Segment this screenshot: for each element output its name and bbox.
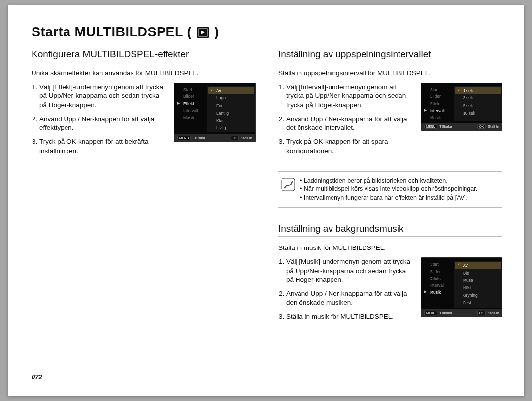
- section-music: Inställning av bakgrundsmusik Ställa in …: [278, 223, 502, 326]
- lcd-option: Gryning: [455, 292, 501, 299]
- lcd-option: 3 sek: [455, 94, 501, 101]
- ok-key-icon: OK: [477, 311, 486, 315]
- step: Tryck på OK-knappen för att spara konfig…: [286, 137, 414, 155]
- lcd-option: Lantlig: [208, 110, 254, 117]
- heading-interval: Inställning av uppspelningsintervallet: [278, 49, 502, 62]
- lcd-menu-item: Start: [176, 86, 205, 93]
- lcd-option: Fin: [208, 102, 254, 109]
- note-item: Intervallmenyn fungerar bara när effekte…: [300, 194, 477, 203]
- lcd-option: Fest: [455, 299, 501, 306]
- note-item: Laddningstiden beror på bildstorleken oc…: [300, 177, 477, 185]
- steps-interval: Välj [Intervall]-undermenyn genom att tr…: [278, 83, 414, 160]
- lcd-option: Av: [455, 262, 501, 269]
- title-suffix: ): [214, 25, 219, 40]
- note-list: Laddningstiden beror på bildstorleken oc…: [300, 177, 477, 203]
- ok-key-icon: OK: [477, 124, 486, 129]
- intro-interval: Ställa in uppspelningsintervall för MULT…: [278, 69, 502, 78]
- lcd-menu-item: Bilder: [423, 93, 452, 100]
- section-effects: Konfigurera MULTIBILDSPEL-effekter Unika…: [32, 45, 256, 326]
- lcd-option: 10 sek: [455, 110, 501, 117]
- lcd-menu-item: Intervall: [176, 107, 205, 114]
- lcd-menu-item: Intervall: [423, 282, 452, 289]
- menu-key-icon: MENU: [424, 124, 437, 129]
- lcd-menu-item: Musik: [423, 114, 452, 121]
- steps-effects: Välj [Effekt]-undermenyn genom att tryck…: [32, 83, 167, 160]
- lcd-option: Musa: [455, 277, 501, 284]
- lcd-screenshot-interval: Start Bilder Effekt ▶Intervall Musik 1 s…: [421, 83, 502, 131]
- step: Välj [Effekt]-undermenyn genom att tryck…: [39, 83, 167, 110]
- step: Välj [Musik]-undermenyn genom att trycka…: [286, 257, 414, 284]
- lcd-option: Lugn: [208, 94, 254, 101]
- menu-key-icon: MENU: [424, 311, 437, 315]
- chevron-right-icon: ▶: [177, 101, 180, 105]
- chevron-right-icon: ▶: [424, 108, 427, 112]
- note-icon: [281, 178, 295, 191]
- steps-music: Välj [Musik]-undermenyn genom att trycka…: [278, 257, 414, 326]
- menu-key-icon: MENU: [177, 136, 191, 140]
- heading-effects: Konfigurera MULTIBILDSPEL-effekter: [32, 49, 256, 62]
- step: Använd Upp / Ner-knappen för att välja e…: [39, 115, 167, 132]
- page-number: 072: [32, 373, 42, 381]
- svg-rect-3: [282, 178, 295, 191]
- lcd-bottom-bar: MENUTillbaka OKStäll In: [174, 134, 255, 142]
- intro-music: Ställa in musik för MULTIBILDSPEL.: [278, 244, 502, 252]
- note-item: När multibildspel körs visas inte videok…: [300, 185, 477, 194]
- intro-effects: Unika skärmeffekter kan användas för MUL…: [32, 69, 256, 78]
- lcd-option: Livlig: [208, 124, 254, 131]
- lcd-menu-item: Musik: [176, 114, 205, 121]
- step: Använd Upp / Ner-knapparna för att välja…: [286, 289, 414, 307]
- lcd-menu-item: Start: [423, 261, 452, 268]
- lcd-option: 1 sek: [455, 87, 501, 94]
- manual-page: Starta MULTIBILDSPEL ( ) Konfigurera MUL…: [8, 5, 524, 396]
- playback-icon: [197, 27, 209, 38]
- heading-music: Inställning av bakgrundsmusik: [278, 223, 502, 237]
- section-interval: Inställning av uppspelningsintervallet S…: [278, 49, 502, 208]
- lcd-option: 5 sek: [455, 102, 501, 109]
- lcd-menu-item: ▶Effekt: [176, 100, 205, 107]
- lcd-option: Klar: [208, 117, 254, 124]
- lcd-screenshot-effects: Start Bilder ▶Effekt Intervall Musik Av …: [174, 83, 256, 142]
- lcd-menu-item: Start: [423, 86, 452, 93]
- lcd-menu-item: ▶Musik: [423, 289, 452, 296]
- step: Välj [Intervall]-undermenyn genom att tr…: [286, 83, 414, 110]
- lcd-screenshot-music: Start Bilder Effekt Intervall ▶Musik Av …: [421, 257, 502, 317]
- note-box: Laddningstiden beror på bildstorleken oc…: [278, 171, 502, 208]
- lcd-bottom-bar: MENUTillbaka OKStäll In: [421, 123, 502, 130]
- lcd-menu-item: Effekt: [423, 275, 452, 282]
- lcd-menu-item: Bilder: [176, 93, 205, 100]
- lcd-bottom-bar: MENUTillbaka OKStäll In: [421, 309, 502, 317]
- ok-key-icon: OK: [231, 136, 239, 140]
- lcd-option: Höst: [455, 284, 501, 291]
- lcd-menu-item: ▶Intervall: [423, 107, 452, 114]
- title-prefix: Starta MULTIBILDSPEL (: [32, 25, 192, 40]
- step: Använd Upp / Ner-knapparna för att välja…: [286, 115, 414, 132]
- lcd-option: Av: [208, 87, 254, 94]
- step: Ställa in musik för MULTIBILDSPEL.: [286, 312, 414, 321]
- step: Tryck på OK-knappen för att bekräfta ins…: [39, 137, 167, 155]
- page-title: Starta MULTIBILDSPEL ( ): [32, 25, 502, 40]
- chevron-right-icon: ▶: [424, 290, 427, 294]
- lcd-menu-item: Effekt: [423, 100, 452, 107]
- lcd-option: Dis: [455, 270, 501, 277]
- lcd-menu-item: Bilder: [423, 268, 452, 275]
